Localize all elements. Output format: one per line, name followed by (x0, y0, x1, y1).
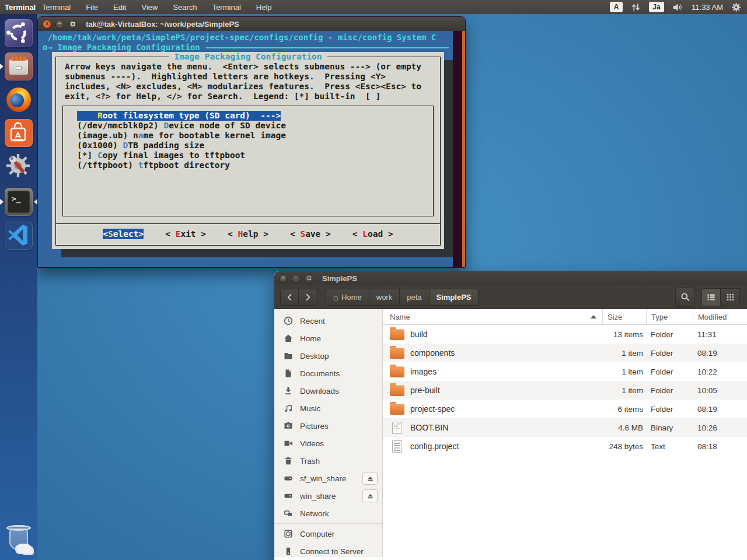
files-icon[interactable] (5, 52, 33, 80)
file-row-pre-built[interactable]: pre-built 1 item Folder 10:05 (383, 381, 747, 400)
terminal-titlebar[interactable]: × − tak@tak-VirtualBox: ~/work/peta/Simp… (38, 17, 465, 31)
list-view-button[interactable] (701, 288, 721, 306)
computer-icon (284, 529, 293, 538)
breadcrumb-simpleps[interactable]: SimplePS (430, 289, 479, 306)
menu-file[interactable]: File (86, 3, 98, 12)
terminal-focused-indicator (34, 199, 37, 205)
grid-view-button[interactable] (721, 288, 740, 306)
text-file-icon (392, 440, 402, 453)
menu-item-dtb-padding[interactable]: (0x1000) DTB padding size (77, 141, 433, 150)
folder-icon (284, 351, 293, 360)
sidebar-item-network[interactable]: Network (274, 505, 382, 522)
breadcrumb: ⌂Home work peta SimplePS (326, 289, 479, 306)
menu-help[interactable]: Help (256, 3, 272, 12)
file-row-images[interactable]: images 1 item Folder 10:22 (383, 362, 747, 381)
close-icon[interactable]: × (279, 274, 288, 283)
sidebar-item-videos[interactable]: Videos (274, 435, 382, 452)
updown-arrows-icon[interactable] (631, 2, 641, 12)
firefox-icon[interactable] (5, 86, 33, 114)
sidebar-item-recent[interactable]: Recent (274, 312, 382, 330)
clock-icon (284, 316, 293, 326)
volume-icon[interactable] (672, 2, 683, 12)
minimize-icon[interactable]: − (55, 20, 64, 29)
menu-item-root-filesystem[interactable]: Root filesystem type (SD card) ---> (77, 111, 433, 121)
eject-icon[interactable] (362, 472, 378, 485)
input-method-icon[interactable]: Ja (649, 2, 664, 12)
sidebar-item-connect-to-server[interactable]: Connect to Server (274, 542, 382, 557)
file-row-project-spec[interactable]: project-spec 6 items Folder 08:19 (383, 400, 747, 418)
menu-terminal-2[interactable]: Terminal (212, 3, 241, 12)
sidebar-separator (274, 523, 382, 524)
file-row-boot-bin[interactable]: BOOT.BIN 4.6 MB Binary 10:26 (383, 418, 747, 437)
menu-item-device-node[interactable]: (/dev/mmcblk0p2) Device node of SD devic… (77, 121, 433, 131)
trash-icon (284, 456, 293, 466)
column-header-name[interactable]: Name (383, 313, 602, 321)
terminal-scrollbar-trough[interactable] (453, 31, 465, 267)
terminal-screen[interactable]: /home/tak/work/peta/SimplePS/project-spe… (38, 31, 465, 267)
menu-search[interactable]: Search (173, 3, 197, 12)
menu-breadcrumb-line: o→ Image Packaging Configuration (43, 43, 205, 52)
save-button[interactable]: < Save > (290, 229, 331, 239)
ubuntu-dash-icon[interactable] (5, 19, 33, 47)
file-row-components[interactable]: components 1 item Folder 08:19 (383, 344, 747, 362)
eject-icon[interactable] (362, 489, 378, 502)
file-row-build[interactable]: build 13 items Folder 11:31 (383, 325, 747, 344)
gear-icon[interactable] (731, 2, 741, 12)
breadcrumb-peta[interactable]: peta (400, 289, 429, 306)
breadcrumb-work[interactable]: work (369, 289, 400, 306)
minimize-icon[interactable]: − (292, 274, 301, 283)
maximize-icon[interactable] (68, 20, 77, 29)
menu-list: Root filesystem type (SD card) ---> (/de… (62, 106, 434, 216)
close-icon[interactable]: × (43, 20, 51, 29)
menu-item-copy-tftpboot[interactable]: [*] Copy final images to tftpboot (77, 150, 433, 160)
sidebar-item-music[interactable]: Music (274, 400, 382, 417)
binary-file-icon (392, 422, 402, 434)
trash-icon[interactable] (5, 524, 33, 552)
home-icon: ⌂ (333, 292, 338, 302)
file-list: Name Size Type Modified build 13 items F… (383, 309, 747, 557)
help-button[interactable]: < Help > (228, 229, 268, 239)
sidebar-item-trash[interactable]: Trash (274, 452, 382, 470)
file-manager-toolbar: ⌂Home work peta SimplePS (274, 285, 747, 309)
menu-edit[interactable]: Edit (113, 3, 126, 12)
sidebar-item-computer[interactable]: Computer (274, 525, 382, 542)
clock[interactable]: 11:33 AM (692, 3, 723, 12)
file-row-config-project[interactable]: config.project 248 bytes Text 08:18 (383, 437, 747, 456)
column-header-type[interactable]: Type (646, 309, 693, 324)
file-manager-titlebar[interactable]: × − SimplePS (274, 271, 747, 285)
exit-button[interactable]: < Exit > (165, 229, 206, 239)
menu-item-kernel-image-name[interactable]: (image.ub) name for bootable kernel imag… (77, 131, 433, 141)
column-header-size[interactable]: Size (602, 309, 646, 324)
menu-view[interactable]: View (141, 3, 158, 12)
breadcrumb-home[interactable]: ⌂Home (326, 289, 369, 306)
back-button[interactable] (280, 289, 299, 306)
sidebar-item-desktop[interactable]: Desktop (274, 347, 382, 365)
empty-area[interactable] (383, 456, 747, 557)
sidebar-item-downloads[interactable]: Downloads (274, 382, 382, 400)
folder-icon (390, 348, 404, 359)
vscode-icon[interactable] (5, 222, 33, 250)
terminal-icon[interactable]: >_ (5, 188, 33, 216)
folder-icon (390, 385, 404, 396)
sidebar-item-pictures[interactable]: Pictures (274, 417, 382, 435)
search-button[interactable] (675, 288, 694, 307)
ubuntu-software-icon[interactable] (5, 119, 33, 147)
load-button[interactable]: < Load > (352, 229, 393, 239)
maximize-icon[interactable] (305, 274, 313, 283)
keyboard-layout-icon[interactable]: A (610, 2, 623, 12)
sidebar-item-documents[interactable]: Documents (274, 365, 382, 382)
forward-button[interactable] (299, 289, 317, 306)
sidebar-item-sf-win-share[interactable]: sf_win_share (274, 470, 382, 487)
files-running-indicator (0, 64, 4, 69)
menu-item-tftpboot-dir[interactable]: (/tftpboot) tftpboot directory (77, 160, 433, 170)
system-settings-icon[interactable] (5, 152, 33, 180)
menu-terminal[interactable]: Terminal (42, 3, 71, 12)
sidebar-item-win-share[interactable]: win_share (274, 487, 382, 505)
menuconfig-dialog: Image Packaging Configuration Arrow keys… (52, 52, 444, 249)
column-header-modified[interactable]: Modified (693, 309, 747, 324)
select-button[interactable]: <Select> (103, 229, 144, 239)
terminal-window-title: tak@tak-VirtualBox: ~/work/peta/SimplePS (86, 20, 239, 29)
terminal-scrollbar-thumb[interactable] (462, 31, 465, 267)
sidebar-item-home[interactable]: Home (274, 330, 382, 347)
places-sidebar: Recent Home Desktop Documents Downloads … (274, 309, 383, 557)
